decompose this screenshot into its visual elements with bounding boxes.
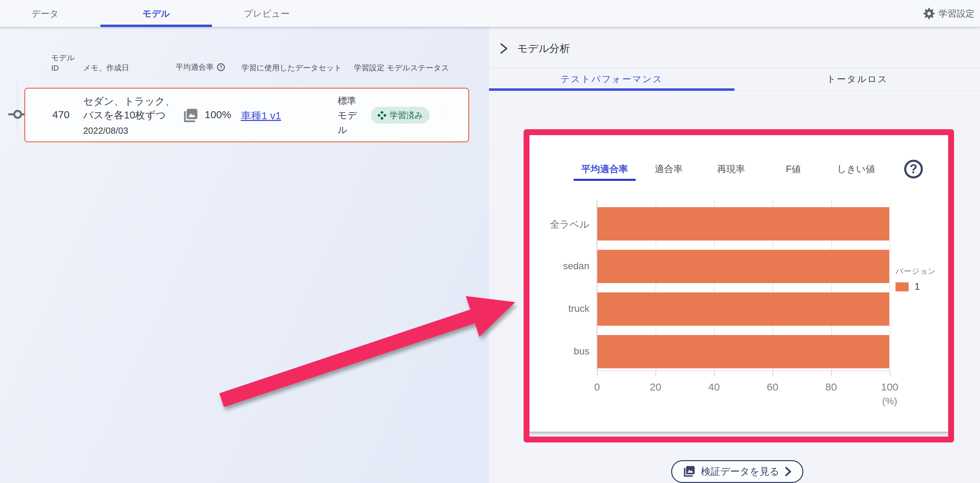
avg-precision-value: 100% (205, 109, 231, 121)
tab-preview[interactable]: プレビュー (222, 0, 312, 27)
trained-diamond-icon (377, 111, 387, 120)
bar-sedan (597, 250, 889, 283)
x-axis-line (597, 370, 889, 371)
x-tick-mark (655, 371, 656, 376)
metric-tab-f-value[interactable]: F値 (786, 163, 801, 175)
metric-tab-precision[interactable]: 適合率 (655, 163, 683, 175)
view-validation-data-label: 検証データを見る (701, 465, 780, 478)
legend-title: バージョン (896, 266, 936, 276)
category-label: truck (499, 303, 589, 314)
view-validation-data-button[interactable]: 検証データを見る (671, 460, 803, 483)
legend-swatch (896, 282, 908, 292)
kebab-menu-icon[interactable] (444, 105, 449, 121)
model-id-value: 470 (52, 109, 70, 121)
chart-help-icon[interactable]: ? (904, 159, 924, 179)
metric-tab-avg-precision[interactable]: 平均適合率 (581, 163, 628, 175)
col-header-avg-precision-label: 平均適合率 (175, 62, 214, 72)
bar-chart-plot (597, 200, 889, 371)
model-created-date: 2022/08/03 (83, 124, 175, 137)
image-dataset-icon (182, 107, 199, 124)
x-tick-label: 60 (767, 381, 778, 393)
collapse-chevron-icon[interactable] (498, 41, 510, 56)
category-label: 全ラベル (499, 218, 589, 231)
bar-truck (597, 292, 889, 326)
svg-text:?: ? (910, 162, 917, 176)
x-tick-label: 100 (881, 381, 898, 393)
col-header-model-id: モデル ID (51, 53, 83, 73)
x-tick-mark (889, 371, 890, 376)
status-badge: 学習済み (371, 107, 430, 124)
bar-bus (597, 335, 889, 368)
memo-line-1: セダン、トラック、 (83, 94, 175, 108)
x-tick-mark (831, 371, 832, 376)
dataset-link[interactable]: 車種1 v1 (241, 109, 281, 123)
legend-item: 1 (896, 281, 936, 292)
tab-model[interactable]: モデル (100, 0, 212, 27)
category-label: sedan (499, 261, 589, 272)
panel-title: モデル分析 (517, 41, 570, 56)
tab-test-performance[interactable]: テストパフォーマンス (489, 68, 735, 91)
bar-全ラベル (597, 207, 889, 241)
col-header-model-status: モデルステータス (387, 63, 449, 73)
metric-tab-recall[interactable]: 再現率 (717, 163, 745, 175)
chevron-right-icon (784, 466, 792, 477)
x-tick-label: 40 (708, 381, 719, 393)
x-tick-mark (773, 371, 773, 376)
training-settings-button[interactable]: 学習設定 (923, 0, 974, 27)
gridline (889, 200, 890, 371)
x-tick-mark (597, 371, 598, 376)
svg-text:?: ? (220, 64, 223, 70)
legend-series-name: 1 (915, 281, 920, 292)
col-header-avg-precision: 平均適合率 ? (175, 62, 225, 72)
image-gallery-icon (682, 465, 696, 478)
x-tick-label: 20 (650, 381, 661, 393)
category-label: bus (499, 346, 589, 357)
settings-label: 学習設定 (939, 8, 974, 20)
x-tick-mark (714, 371, 715, 376)
memo-line-2: バスを各10枚ずつ (83, 108, 175, 122)
metric-tab-threshold[interactable]: しきい値 (837, 163, 875, 175)
tab-total-loss[interactable]: トータルロス (735, 68, 980, 91)
col-header-training-setting: 学習設定 (354, 63, 384, 73)
status-badge-label: 学習済み (390, 110, 423, 121)
top-nav-bar: データ モデル プレビュー 学習設定 (0, 0, 980, 27)
training-setting-value: 標準モデル (337, 94, 362, 137)
chart-legend: バージョン 1 (896, 266, 936, 292)
col-header-memo-date: メモ、作成日 (83, 63, 129, 73)
analysis-tabs: テストパフォーマンス トータルロス (489, 68, 980, 91)
col-header-dataset: 学習に使用したデータセット (241, 63, 342, 73)
help-icon[interactable]: ? (217, 63, 225, 72)
model-memo: セダン、トラック、 バスを各10枚ずつ 2022/08/03 (83, 94, 175, 137)
x-tick-label: 0 (594, 381, 600, 393)
x-tick-label: 80 (825, 381, 837, 393)
x-axis-unit: (%) (882, 396, 897, 407)
tab-data[interactable]: データ (21, 0, 69, 27)
model-row[interactable]: 470 セダン、トラック、 バスを各10枚ずつ 2022/08/03 100% … (24, 88, 469, 142)
gear-icon (923, 8, 935, 19)
